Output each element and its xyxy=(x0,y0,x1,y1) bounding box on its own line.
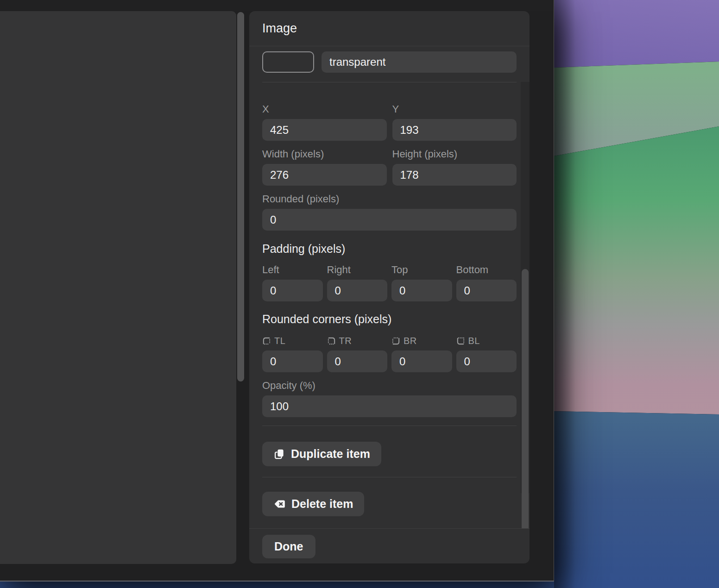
corner-tl-field: TL 0 xyxy=(262,335,323,372)
padding-top-input[interactable]: 0 xyxy=(391,280,452,301)
dialog-header: Image xyxy=(249,11,530,46)
corner-br-input[interactable]: 0 xyxy=(391,350,452,372)
opacity-field: Opacity (%) 100 xyxy=(262,380,517,417)
fill-color-swatch[interactable] xyxy=(262,51,314,73)
done-label: Done xyxy=(274,540,303,553)
dialog-footer: Done xyxy=(249,528,530,563)
dialog-scrollbar-thumb[interactable] xyxy=(522,269,529,528)
corner-bottom-right-icon xyxy=(391,337,400,345)
corner-bl-label: BL xyxy=(468,336,480,346)
corner-tl-input[interactable]: 0 xyxy=(262,350,323,372)
size-grid: Width (pixels) 276 Height (pixels) 178 xyxy=(262,148,517,186)
corner-bl-label-row: BL xyxy=(456,335,517,346)
corners-grid: TL 0 TR 0 xyxy=(262,335,517,372)
canvas-scrollbar-thumb[interactable] xyxy=(237,12,244,382)
corner-top-left-icon xyxy=(262,337,271,345)
duplicate-item-button[interactable]: Duplicate item xyxy=(262,442,381,466)
image-properties-dialog: Image transparent X 425 Y xyxy=(249,11,530,563)
x-input[interactable]: 425 xyxy=(262,119,387,141)
window-edge-shadow xyxy=(554,0,719,588)
divider xyxy=(262,477,517,477)
padding-top-field: Top 0 xyxy=(391,264,452,301)
y-field: Y 193 xyxy=(392,103,517,141)
y-input[interactable]: 193 xyxy=(392,119,517,141)
height-input[interactable]: 178 xyxy=(392,164,517,186)
copy-icon xyxy=(273,448,285,460)
corner-tl-label-row: TL xyxy=(262,335,323,346)
position-grid: X 425 Y 193 xyxy=(262,103,517,141)
corner-tr-input[interactable]: 0 xyxy=(327,350,388,372)
corners-heading: Rounded corners (pixels) xyxy=(262,313,517,326)
y-label: Y xyxy=(392,103,517,115)
rounded-input[interactable]: 0 xyxy=(262,209,517,231)
rounded-label: Rounded (pixels) xyxy=(262,193,517,205)
padding-grid: Left 0 Right 0 Top 0 Bottom 0 xyxy=(262,264,517,301)
rounded-field: Rounded (pixels) 0 xyxy=(262,193,517,231)
corner-bottom-left-icon xyxy=(456,337,465,345)
padding-bottom-label: Bottom xyxy=(456,264,517,276)
opacity-input[interactable]: 100 xyxy=(262,395,517,417)
padding-left-field: Left 0 xyxy=(262,264,323,301)
corner-br-field: BR 0 xyxy=(391,335,452,372)
x-label: X xyxy=(262,103,387,115)
fill-value-input[interactable]: transparent xyxy=(322,51,517,73)
padding-right-field: Right 0 xyxy=(327,264,388,301)
padding-heading: Padding (pixels) xyxy=(262,242,517,256)
screen: Image transparent X 425 Y xyxy=(0,0,719,588)
corner-br-label-row: BR xyxy=(391,335,452,346)
corner-bl-field: BL 0 xyxy=(456,335,517,372)
fill-row: transparent xyxy=(262,51,517,73)
padding-top-label: Top xyxy=(391,264,452,276)
window-top-strip xyxy=(0,0,554,11)
padding-right-label: Right xyxy=(327,264,388,276)
delete-item-label: Delete item xyxy=(291,497,353,511)
dialog-title: Image xyxy=(262,21,297,36)
width-input[interactable]: 276 xyxy=(262,164,387,186)
corner-top-right-icon xyxy=(327,337,336,345)
corner-tr-label: TR xyxy=(339,336,352,346)
divider xyxy=(262,425,517,426)
dialog-body: transparent X 425 Y 193 xyxy=(249,46,530,528)
canvas-panel xyxy=(0,11,236,564)
corner-br-label: BR xyxy=(404,336,417,346)
opacity-label: Opacity (%) xyxy=(262,380,517,392)
delete-item-button[interactable]: Delete item xyxy=(262,492,364,516)
divider xyxy=(262,82,517,82)
x-field: X 425 xyxy=(262,103,387,141)
dialog-scrollbar-track[interactable] xyxy=(521,82,530,493)
corner-tl-label: TL xyxy=(274,336,285,346)
corner-tr-field: TR 0 xyxy=(327,335,388,372)
padding-bottom-field: Bottom 0 xyxy=(456,264,517,301)
app-window: Image transparent X 425 Y xyxy=(0,0,554,582)
padding-left-input[interactable]: 0 xyxy=(262,280,323,301)
backspace-icon xyxy=(273,498,286,510)
width-field: Width (pixels) 276 xyxy=(262,148,387,186)
padding-left-label: Left xyxy=(262,264,323,276)
done-button[interactable]: Done xyxy=(262,535,315,558)
height-label: Height (pixels) xyxy=(392,148,517,160)
corner-tr-label-row: TR xyxy=(327,335,388,346)
padding-right-input[interactable]: 0 xyxy=(327,280,388,301)
height-field: Height (pixels) 178 xyxy=(392,148,517,186)
corner-bl-input[interactable]: 0 xyxy=(456,350,517,372)
padding-bottom-input[interactable]: 0 xyxy=(456,280,517,301)
duplicate-item-label: Duplicate item xyxy=(291,447,370,461)
width-label: Width (pixels) xyxy=(262,148,387,160)
